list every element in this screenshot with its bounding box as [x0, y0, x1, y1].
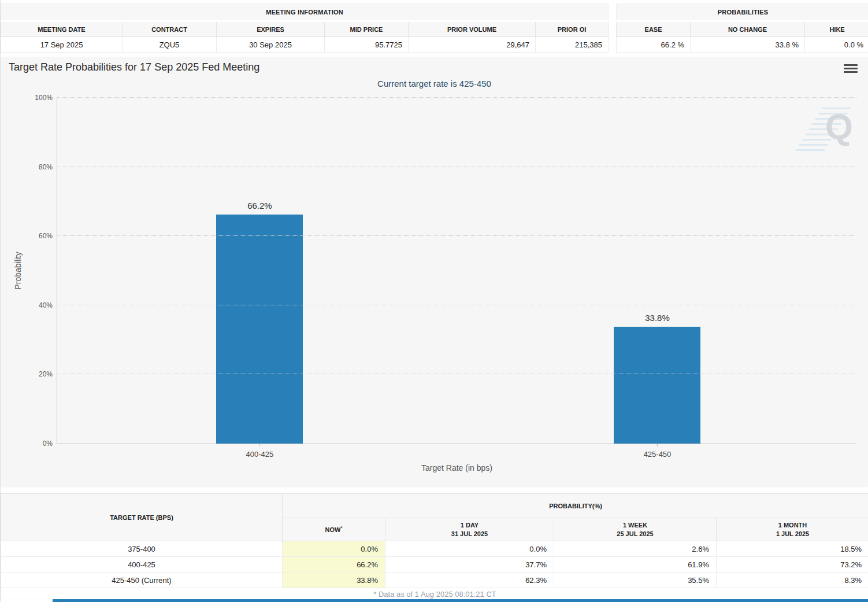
one-day-cell: 62.3% [385, 573, 554, 588]
prior-oi-header: PRIOR OI [536, 21, 609, 37]
one-month-header: 1 MONTH1 JUL 2025 [717, 518, 868, 541]
rate-range-cell: 375-400 [1, 541, 283, 557]
one-week-cell: 35.5% [554, 573, 717, 588]
expires-value: 30 Sep 2025 [217, 37, 325, 53]
y-axis-title: Probability [13, 252, 23, 289]
bar-rect[interactable]: 33.8% [614, 327, 700, 444]
expires-header: EXPIRES [217, 21, 325, 37]
one-month-cell: 18.5% [717, 541, 868, 557]
target-rate-chart-panel: Target Rate Probabilities for 17 Sep 202… [1, 57, 868, 487]
hike-value: 0.0 % [805, 37, 868, 53]
y-tick-label: 20% [19, 370, 53, 378]
one-week-cell: 61.9% [554, 557, 717, 573]
x-tick-mark [259, 444, 260, 446]
top-info-section: MEETING INFORMATION MEETING DATE CONTRAC… [1, 0, 868, 53]
table-row: 425-450 (Current) 33.8% 62.3% 35.5% 8.3% [1, 573, 868, 588]
no-change-value: 33.8 % [691, 37, 805, 53]
one-day-header: 1 DAY31 JUL 2025 [385, 518, 554, 541]
x-tick-mark [657, 444, 658, 446]
gridline [57, 374, 856, 374]
one-day-cell: 0.0% [385, 541, 554, 557]
y-tick-label: 100% [19, 94, 53, 102]
one-day-cell: 37.7% [385, 557, 554, 573]
x-category-label: 425-450 [644, 450, 672, 459]
contract-value: ZQU5 [123, 37, 217, 53]
data-as-of-footnote: * Data as of 1 Aug 2025 08:01:21 CT [1, 588, 868, 600]
probability-pct-header: PROBABILITY(%) [283, 494, 868, 518]
gridline [57, 167, 856, 167]
y-tick-label: 80% [19, 163, 53, 171]
now-cell: 0.0% [283, 541, 385, 557]
y-tick-label: 60% [19, 232, 53, 240]
meeting-information-title: MEETING INFORMATION [1, 4, 609, 21]
mid-price-value: 95.7725 [325, 37, 409, 53]
bar-400-425[interactable]: 66.2% [216, 98, 303, 444]
plot-area: 66.2% 33.8% 400-425 425-450 Target Rate … [57, 98, 856, 444]
table-row: 400-425 66.2% 37.7% 61.9% 73.2% [1, 557, 868, 573]
hamburger-menu-icon[interactable] [844, 64, 858, 75]
probabilities-table: PROBABILITIES EASE NO CHANGE HIKE 66.2 %… [616, 3, 868, 53]
now-asterisk: * [340, 525, 342, 530]
table-row: 375-400 0.0% 0.0% 2.6% 18.5% [1, 541, 868, 557]
no-change-header: NO CHANGE [691, 21, 805, 37]
probability-history-section: TARGET RATE (BPS) PROBABILITY(%) NOW* 1 … [1, 493, 868, 600]
probability-history-table: TARGET RATE (BPS) PROBABILITY(%) NOW* 1 … [1, 493, 868, 600]
prior-volume-header: PRIOR VOLUME [409, 21, 536, 37]
bar-425-450[interactable]: 33.8% [614, 98, 700, 444]
meeting-date-value: 17 Sep 2025 [1, 37, 123, 53]
hike-header: HIKE [805, 21, 868, 37]
probabilities-title: PROBABILITIES [617, 4, 868, 21]
rate-range-cell: 400-425 [1, 557, 283, 573]
gridline [57, 305, 856, 305]
one-week-cell: 2.6% [554, 541, 717, 557]
x-category-label: 400-425 [246, 450, 274, 459]
gridline [57, 235, 856, 236]
bar-rect[interactable]: 66.2% [216, 215, 303, 444]
bar-value-label: 66.2% [247, 201, 272, 210]
mid-price-header: MID PRICE [325, 21, 409, 37]
bar-value-label: 33.8% [645, 313, 670, 323]
now-header: NOW* [283, 518, 385, 541]
rate-range-cell: 425-450 (Current) [1, 573, 283, 588]
contract-header: CONTRACT [123, 21, 217, 37]
chart-title: Target Rate Probabilities for 17 Sep 202… [9, 61, 259, 73]
one-week-header: 1 WEEK25 JUL 2025 [554, 518, 717, 541]
y-tick-label: 0% [19, 440, 53, 448]
meeting-date-header: MEETING DATE [1, 21, 123, 37]
x-axis-title: Target Rate (in bps) [57, 463, 856, 472]
chart-subtitle: Current target rate is 425-450 [1, 79, 868, 88]
bottom-accent-bar [53, 599, 868, 602]
target-rate-bps-header: TARGET RATE (BPS) [1, 494, 283, 541]
now-cell: 66.2% [283, 557, 385, 573]
ease-header: EASE [617, 21, 691, 37]
y-tick-label: 40% [19, 301, 53, 309]
meeting-information-table: MEETING INFORMATION MEETING DATE CONTRAC… [1, 3, 609, 53]
prior-oi-value: 215,385 [536, 37, 609, 53]
one-month-cell: 8.3% [717, 573, 868, 588]
now-cell: 33.8% [283, 573, 385, 588]
ease-value: 66.2 % [617, 37, 691, 53]
one-month-cell: 73.2% [717, 557, 868, 573]
gridline [57, 97, 856, 98]
prior-volume-value: 29,647 [409, 37, 536, 53]
